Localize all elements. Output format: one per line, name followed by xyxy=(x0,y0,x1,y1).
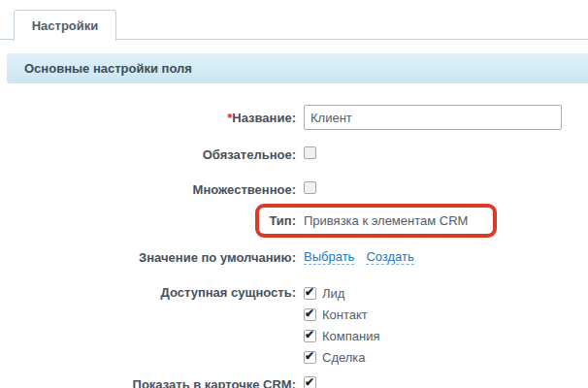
row-entities: Доступная сущность: Лид Контакт Компания… xyxy=(0,282,588,368)
type-value: Привязка к элементам CRM xyxy=(304,213,468,228)
multiple-control xyxy=(304,181,316,197)
entity-company-label: Компания xyxy=(322,329,380,343)
default-value-label: Значение по умолчанию: xyxy=(0,250,304,265)
name-input[interactable] xyxy=(304,105,562,130)
entity-deal-checkbox[interactable] xyxy=(304,351,316,364)
section-title: Основные настройки поля xyxy=(24,61,192,76)
name-control xyxy=(304,105,562,130)
required-checkbox[interactable] xyxy=(304,146,316,159)
entity-option-lead: Лид xyxy=(304,282,380,304)
entities-label: Доступная сущность: xyxy=(0,282,304,300)
name-label: *Название: xyxy=(0,111,304,125)
entity-option-company: Компания xyxy=(304,325,380,346)
entity-contact-checkbox[interactable] xyxy=(304,308,316,321)
entity-deal-label: Сделка xyxy=(322,350,366,365)
show-in-card-label: Показать в карточке CRM: xyxy=(0,377,304,388)
name-label-text: Название: xyxy=(232,111,296,125)
field-settings-form: *Название: Обязательное: Множественное: … xyxy=(0,105,588,388)
entity-contact-label: Контакт xyxy=(322,307,368,322)
tab-settings[interactable]: Настройки xyxy=(14,10,116,41)
row-name: *Название: xyxy=(0,105,588,130)
show-in-card-checkbox[interactable] xyxy=(304,376,316,388)
create-link[interactable]: Создать xyxy=(366,249,413,265)
tab-settings-label: Настройки xyxy=(32,18,99,33)
required-control xyxy=(304,146,316,162)
entity-option-contact: Контакт xyxy=(304,304,380,325)
entity-option-deal: Сделка xyxy=(304,346,380,368)
row-default-value: Значение по умолчанию: Выбрать Создать xyxy=(0,249,588,265)
field-settings-page: Настройки Основные настройки поля *Назва… xyxy=(0,0,588,388)
entity-lead-checkbox[interactable] xyxy=(304,287,316,300)
section-header: Основные настройки поля xyxy=(7,53,588,83)
row-show-in-card: Показать в карточке CRM: xyxy=(0,376,588,388)
row-multiple: Множественное: xyxy=(0,181,588,197)
default-value-links: Выбрать Создать xyxy=(304,249,414,265)
select-link[interactable]: Выбрать xyxy=(304,249,354,265)
entity-company-checkbox[interactable] xyxy=(304,330,316,342)
multiple-label: Множественное: xyxy=(0,182,304,197)
show-in-card-control xyxy=(304,376,316,388)
row-type: Тип: Привязка к элементам CRM xyxy=(0,204,588,238)
type-label: Тип: xyxy=(0,213,304,228)
multiple-checkbox[interactable] xyxy=(304,181,316,194)
tab-bar: Настройки xyxy=(0,0,588,41)
row-required: Обязательное: xyxy=(0,146,588,162)
entities-options: Лид Контакт Компания Сделка xyxy=(304,282,380,368)
entity-lead-label: Лид xyxy=(322,286,344,301)
required-label: Обязательное: xyxy=(0,147,304,162)
